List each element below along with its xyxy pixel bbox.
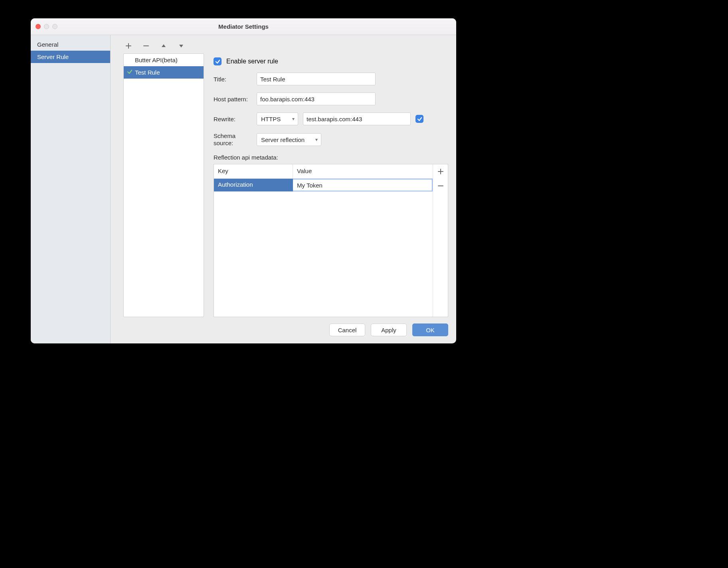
check-icon — [417, 116, 422, 122]
settings-window: Mediator Settings General Server Rule — [31, 18, 456, 343]
remove-rule-button[interactable] — [142, 42, 150, 49]
rule-item-label: Test Rule — [135, 69, 160, 76]
title-label: Title: — [214, 76, 257, 83]
rewrite-scheme-select[interactable]: HTTPS — [257, 112, 298, 125]
host-row: Host pattern: — [214, 93, 448, 105]
check-icon — [215, 59, 220, 64]
rule-form: Enable server rule Title: Host pattern: … — [214, 39, 448, 317]
metadata-side-buttons — [433, 164, 448, 317]
rule-item-butter-api[interactable]: Butter API(beta) — [124, 54, 204, 66]
main-panel: Butter API(beta) Test Rule — [111, 35, 456, 343]
footer: Cancel Apply OK — [111, 321, 456, 343]
apply-button[interactable]: Apply — [371, 323, 407, 336]
add-rule-button[interactable] — [125, 42, 132, 49]
check-icon — [127, 69, 133, 76]
host-pattern-label: Host pattern: — [214, 96, 257, 103]
traffic-lights — [31, 24, 57, 29]
metadata-add-button[interactable] — [433, 164, 448, 179]
metadata-table-area: Key Value Authorization My Token — [214, 164, 448, 317]
cancel-button[interactable]: Cancel — [329, 323, 365, 336]
rule-item-test-rule[interactable]: Test Rule — [124, 66, 204, 79]
plus-icon — [438, 169, 443, 174]
rule-column: Butter API(beta) Test Rule — [123, 39, 204, 317]
metadata-header-key: Key — [214, 164, 293, 178]
close-window-button[interactable] — [36, 24, 41, 29]
zoom-window-button[interactable] — [52, 24, 57, 29]
enable-rule-label: Enable server rule — [226, 58, 278, 65]
plus-icon — [126, 43, 131, 49]
window-body: General Server Rule — [31, 35, 456, 343]
minimize-window-button[interactable] — [44, 24, 49, 29]
move-rule-up-button[interactable] — [160, 42, 167, 49]
host-pattern-input[interactable] — [257, 93, 376, 105]
enable-rule-checkbox[interactable] — [214, 57, 222, 65]
metadata-label: Reflection api metadata: — [214, 154, 448, 161]
sidebar-item-server-rule[interactable]: Server Rule — [31, 51, 110, 63]
titlebar: Mediator Settings — [31, 18, 456, 35]
enable-row: Enable server rule — [214, 57, 448, 65]
rewrite-label: Rewrite: — [214, 116, 257, 122]
window-title: Mediator Settings — [31, 23, 456, 30]
metadata-row-value: My Token — [297, 182, 322, 189]
rewrite-scheme-value: HTTPS — [261, 116, 281, 122]
rule-item-label: Butter API(beta) — [135, 57, 178, 63]
ok-button[interactable]: OK — [412, 323, 448, 336]
minus-icon — [143, 43, 149, 49]
metadata-row-value-cell[interactable]: My Token — [293, 179, 433, 191]
metadata-row-key[interactable]: Authorization — [214, 179, 293, 191]
metadata-header-value: Value — [293, 164, 433, 178]
metadata-row[interactable]: Authorization My Token — [214, 179, 433, 191]
title-row: Title: — [214, 73, 448, 85]
rewrite-host-input[interactable] — [303, 112, 411, 125]
rewrite-enable-checkbox[interactable] — [415, 115, 423, 123]
metadata-header: Key Value — [214, 164, 433, 179]
metadata-remove-button[interactable] — [433, 179, 448, 193]
schema-source-value: Server reflection — [261, 136, 305, 143]
triangle-up-icon — [161, 44, 166, 48]
rule-list[interactable]: Butter API(beta) Test Rule — [123, 53, 204, 317]
title-input[interactable] — [257, 73, 376, 85]
rule-toolbar — [123, 39, 204, 53]
sidebar: General Server Rule — [31, 35, 111, 343]
rewrite-row: Rewrite: HTTPS — [214, 112, 448, 125]
sidebar-item-general[interactable]: General — [31, 38, 110, 51]
schema-source-select[interactable]: Server reflection — [257, 133, 321, 146]
schema-source-label: Schema source: — [214, 132, 257, 147]
minus-icon — [438, 183, 443, 189]
content: Butter API(beta) Test Rule — [111, 35, 456, 321]
schema-row: Schema source: Server reflection — [214, 132, 448, 147]
move-rule-down-button[interactable] — [178, 42, 185, 49]
triangle-down-icon — [179, 44, 184, 48]
metadata-table[interactable]: Key Value Authorization My Token — [214, 164, 433, 317]
